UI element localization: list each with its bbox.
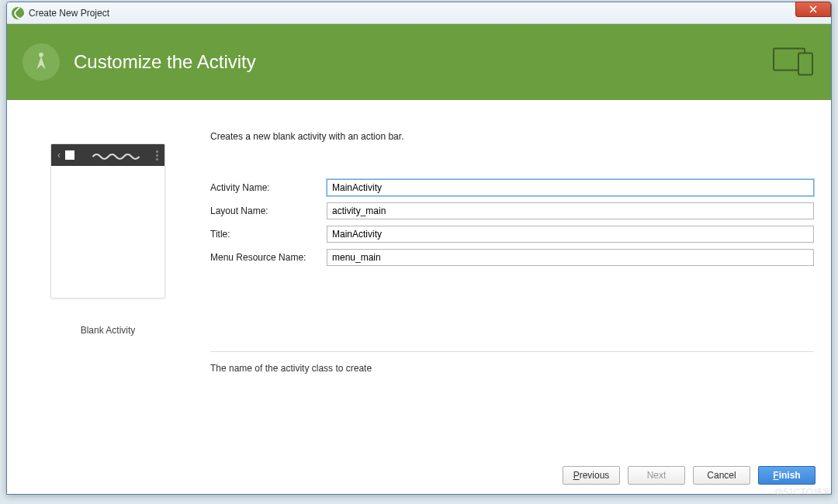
title-placeholder-icon [81,150,151,160]
input-title[interactable] [327,226,814,243]
row-activity-name: Activity Name: [210,179,814,196]
preview-column: ‹ Blank Activity [24,122,192,455]
form-column: Creates a new blank activity with an act… [210,122,814,455]
label-layout-name: Layout Name: [210,205,327,216]
wizard-header: Customize the Activity [7,24,831,100]
close-icon [809,5,817,13]
input-menu-name[interactable] [327,249,814,266]
hint-text: The name of the activity class to create [210,363,814,374]
svg-rect-2 [798,54,812,75]
previous-button[interactable]: Previous [563,466,620,485]
form-description: Creates a new blank activity with an act… [210,131,814,142]
wizard-footer: Previous Next Cancel Finish [7,455,831,494]
row-menu-name: Menu Resource Name: [210,249,814,266]
wizard-title: Customize the Activity [74,51,256,73]
window-title: Create New Project [29,8,109,19]
preview-actionbar: ‹ [51,144,164,166]
app-logo-icon [65,150,74,160]
finish-button[interactable]: Finish [758,466,815,485]
overflow-menu-icon [156,150,158,161]
label-title: Title: [210,229,327,240]
input-layout-name[interactable] [327,202,814,219]
label-activity-name: Activity Name: [210,182,327,193]
row-layout-name: Layout Name: [210,202,814,219]
close-button[interactable] [795,2,831,17]
back-chevron-icon: ‹ [57,150,61,161]
activity-preview: ‹ [50,143,165,299]
dialog-window: Create New Project Customize the Activit… [6,2,832,495]
android-studio-icon [12,7,24,19]
row-title: Title: [210,226,814,243]
next-button[interactable]: Next [628,466,685,485]
titlebar[interactable]: Create New Project [7,2,831,24]
input-activity-name[interactable] [327,179,814,196]
cancel-button[interactable]: Cancel [693,466,750,485]
hint-separator [210,351,814,352]
preview-label: Blank Activity [81,325,136,336]
device-icon [772,46,815,79]
label-menu-name: Menu Resource Name: [210,252,327,263]
wizard-content: ‹ Blank Activity Creates a new blank act… [7,100,831,455]
compass-icon [23,43,60,81]
